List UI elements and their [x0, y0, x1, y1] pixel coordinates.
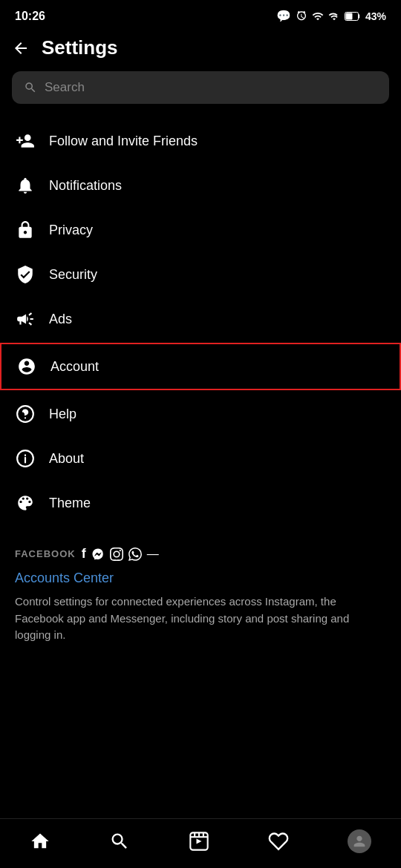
search-icon — [24, 81, 37, 94]
menu-item-account[interactable]: Account — [0, 343, 401, 390]
svg-rect-1 — [345, 13, 352, 19]
person-circle-icon — [16, 356, 37, 377]
facebook-section: FACEBOOK f — — [0, 525, 401, 662]
battery-pct: 43% — [365, 10, 386, 22]
info-circle-icon — [15, 448, 36, 469]
page-title: Settings — [42, 36, 118, 59]
help-label: Help — [49, 407, 76, 422]
theme-label: Theme — [49, 496, 91, 511]
header: Settings — [0, 29, 401, 71]
about-label: About — [49, 451, 84, 467]
status-icons: 💬 43% — [276, 9, 386, 23]
heart-icon — [268, 831, 289, 852]
ads-label: Ads — [49, 312, 72, 327]
facebook-label: FACEBOOK — [15, 548, 76, 559]
search-container: Search — [0, 71, 401, 119]
svg-point-3 — [25, 417, 26, 418]
nav-reels[interactable] — [189, 831, 209, 852]
messenger-icon — [91, 548, 105, 561]
security-label: Security — [49, 267, 97, 283]
menu-item-theme[interactable]: Theme — [0, 481, 401, 525]
menu-item-help[interactable]: Help — [0, 392, 401, 436]
nav-heart[interactable] — [268, 831, 289, 852]
menu-item-ads[interactable]: Ads — [0, 297, 401, 341]
help-circle-icon — [15, 404, 36, 424]
search-bar[interactable]: Search — [12, 71, 389, 104]
notifications-label: Notifications — [49, 178, 122, 194]
menu-item-notifications[interactable]: Notifications — [0, 163, 401, 208]
menu-item-follow[interactable]: Follow and Invite Friends — [0, 119, 401, 163]
status-time: 10:26 — [15, 10, 45, 23]
back-button[interactable] — [12, 39, 30, 57]
profile-avatar — [348, 829, 371, 853]
wifi-icon — [312, 10, 324, 22]
status-bar: 10:26 💬 43% — [0, 0, 401, 29]
menu-item-security[interactable]: Security — [0, 252, 401, 297]
menu-item-privacy[interactable]: Privacy — [0, 208, 401, 252]
nav-home[interactable] — [30, 831, 50, 852]
accounts-center-link[interactable]: Accounts Center — [15, 569, 386, 594]
accounts-center-description: Control settings for connected experienc… — [15, 594, 386, 659]
follow-label: Follow and Invite Friends — [49, 134, 198, 149]
person-add-icon — [15, 131, 36, 151]
search-placeholder: Search — [45, 80, 85, 95]
signal-icon — [328, 10, 340, 22]
megaphone-icon — [15, 309, 36, 329]
search-nav-icon — [109, 831, 130, 852]
lock-icon — [15, 220, 36, 240]
facebook-header: FACEBOOK f — — [15, 546, 386, 562]
bell-icon — [15, 175, 36, 196]
facebook-icon: f — [82, 546, 86, 562]
privacy-label: Privacy — [49, 223, 93, 238]
instagram-icon — [110, 548, 123, 561]
facebook-social-icons: f — — [82, 546, 159, 562]
menu-item-about[interactable]: About — [0, 436, 401, 481]
shield-check-icon — [15, 264, 36, 285]
svg-point-7 — [25, 455, 26, 456]
whatsapp-brand-icon — [128, 548, 142, 561]
nav-profile[interactable] — [348, 829, 371, 853]
home-icon — [30, 831, 50, 852]
account-label: Account — [50, 359, 99, 375]
battery-icon — [345, 12, 361, 21]
palette-icon — [15, 493, 36, 513]
nav-search[interactable] — [109, 831, 130, 852]
menu-list: Follow and Invite Friends Notifications … — [0, 119, 401, 525]
whatsapp-icon: 💬 — [276, 9, 291, 23]
bottom-nav — [0, 818, 401, 868]
alarm-icon — [296, 10, 307, 22]
reels-icon — [189, 831, 209, 852]
meta-icon: — — [147, 548, 159, 561]
